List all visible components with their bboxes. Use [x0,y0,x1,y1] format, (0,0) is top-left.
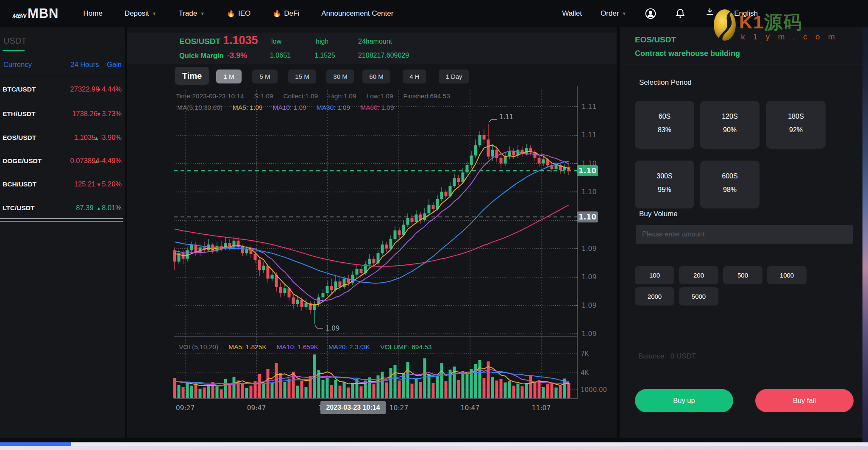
col-gain[interactable]: Gain [107,61,122,69]
arrow-up-icon: ▲ [94,135,99,141]
period-300s[interactable]: 300S 95% [635,161,694,208]
buy-fall-button[interactable]: Buy fall [755,389,854,412]
amount-5000[interactable]: 5000 [679,287,718,306]
nav-trade[interactable]: Trade▼ [178,9,205,18]
timeframe-4h[interactable]: 4 H [403,69,426,83]
quick-margin-value: -3.9% [227,51,247,60]
selection-period-label: Selection Period [639,78,692,87]
amount-200[interactable]: 200 [679,266,718,284]
scroll-indicator[interactable] [0,221,123,222]
timeframe-time[interactable]: Time [175,67,209,85]
flame-icon: 🔥 [227,9,235,17]
svg-text:1.10: 1.10 [581,188,597,196]
navbar: MBN MBN Home Deposit▼ Trade▼ 🔥IEO 🔥DeFi … [0,0,868,27]
nav-order[interactable]: Order▼ [601,9,626,18]
svg-text:10:47: 10:47 [461,404,480,412]
market-row-eth[interactable]: ETH/USDT 1738.26 ▼3.73% [0,109,125,120]
timeframe-5m[interactable]: 5 M [252,69,278,83]
nav-announcement-center[interactable]: Announcement Center [321,9,393,18]
quick-margin-label: Quick Margin [179,52,224,60]
market-row-bch[interactable]: BCH/USDT 125.21 ▼5.20% [0,180,125,191]
chevron-down-icon: ▼ [200,11,205,16]
svg-text:1.09: 1.09 [581,301,597,309]
scrollbar-thumb[interactable] [0,442,71,446]
flame-icon: 🔥 [273,9,281,17]
svg-text:09:27: 09:27 [176,404,195,412]
page-bottom-strip [0,446,868,450]
low-value: 1.0651 [270,52,291,59]
amount-1000[interactable]: 1000 [767,266,807,284]
crosshair-time-tooltip: 2023-03-23 10:14 [320,401,386,414]
profile-icon[interactable] [645,8,656,19]
arrow-down-icon: ▼ [96,111,101,117]
scroll-indicator[interactable] [0,218,123,219]
chevron-down-icon: ▼ [152,11,157,16]
svg-text:11:07: 11:07 [532,404,551,412]
candlestick-chart[interactable]: 1.111.111.101.101.101.091.091.091.097K4K… [127,27,617,438]
bell-icon[interactable] [675,8,686,19]
ohlc-info-line: Time:2023-03-23 10:14S:1.09Collect:1.09H… [176,92,460,100]
timeframe-60m[interactable]: 60 M [362,69,390,83]
market-sidebar: USDT Currency 24 Hours Gain BTC/USDT 273… [0,27,125,438]
period-600s[interactable]: 600S 98% [700,161,760,208]
nav-defi[interactable]: 🔥DeFi [273,9,299,18]
ma-legend: MA(5,10,30,60)MA5: 1.09MA10: 1.09MA30: 1… [177,104,404,111]
svg-text:09:47: 09:47 [247,404,266,412]
svg-text:1.10: 1.10 [581,159,597,167]
market-row-ltc[interactable]: LTC/USDT 87.39 ▲8.01% [0,203,125,214]
amount-100[interactable]: 100 [635,266,674,284]
trade-subtitle: Contract warehouse building [635,49,740,58]
nav-ieo[interactable]: 🔥IEO [227,9,250,18]
period-120s[interactable]: 120S 90% [700,101,760,149]
low-label: low [271,38,281,45]
balance-text: Balance: 0 USDT [638,352,696,361]
market-row-doge[interactable]: DOGE/USDT 0.073894 ▲-4.49% [0,156,125,167]
buy-volume-label: Buy Volume [639,210,678,218]
chevron-down-icon: ▼ [622,11,626,16]
high-label: high [316,38,328,45]
timeframe-30m[interactable]: 30 M [326,69,354,83]
market-row-btc[interactable]: BTC/USDT 27322.99 ▼4.44% [0,85,125,96]
market-row-eos[interactable]: EOS/USDT 1.1035 ▲-3.90% [0,133,125,144]
chart-pair: EOS/USDT [179,37,220,46]
svg-text:1.09: 1.09 [581,244,597,253]
chart-last-price: 1.1035 [223,34,258,47]
period-180s[interactable]: 180S 92% [766,101,826,149]
svg-text:1.11: 1.11 [499,113,513,121]
nav-home[interactable]: Home [83,9,103,18]
brand-logo[interactable]: MBN MBN [13,6,59,21]
language-selector[interactable]: English [734,9,758,18]
timeframe-1m[interactable]: 1 M [216,69,242,83]
background-image-strip [862,27,868,442]
period-60s[interactable]: 60S 83% [635,101,694,149]
nav-wallet[interactable]: Wallet [562,9,582,18]
svg-text:1.10: 1.10 [581,216,597,224]
arrow-up-icon: ▲ [96,206,101,211]
svg-text:1.10: 1.10 [579,167,596,175]
amount-2000[interactable]: 2000 [635,287,674,306]
download-icon[interactable] [704,6,715,17]
timeframe-15m[interactable]: 15 M [288,69,316,83]
svg-text:1.11: 1.11 [581,131,597,139]
arrow-down-icon: ▼ [96,87,101,93]
svg-text:1000.00: 1000.00 [581,386,607,394]
svg-text:1.09: 1.09 [326,325,339,332]
amount-input[interactable] [636,225,853,244]
trade-pair: EOS/USDT [635,35,676,44]
timeframe-1day[interactable]: 1 Day [439,69,469,83]
col-currency[interactable]: Currency [3,61,32,69]
arrow-down-icon: ▼ [96,182,101,188]
tab-usdt[interactable]: USDT [3,36,26,46]
amount-500[interactable]: 500 [723,266,762,284]
chart-panel: EOS/USDT 1.1035 low high 24hamount Quick… [127,27,617,438]
market-table-header: Currency 24 Hours Gain [0,61,125,71]
svg-text:1.11: 1.11 [581,103,597,111]
nav-deposit[interactable]: Deposit▼ [125,9,157,18]
brand-logo-small: MBN [12,12,27,19]
buy-up-button[interactable]: Buy up [635,389,733,412]
horizontal-scrollbar[interactable] [0,442,868,446]
arrow-up-icon: ▲ [94,158,99,164]
svg-text:1.09: 1.09 [581,273,597,281]
svg-text:4K: 4K [581,369,590,377]
brand-logo-big: MBN [28,6,59,21]
